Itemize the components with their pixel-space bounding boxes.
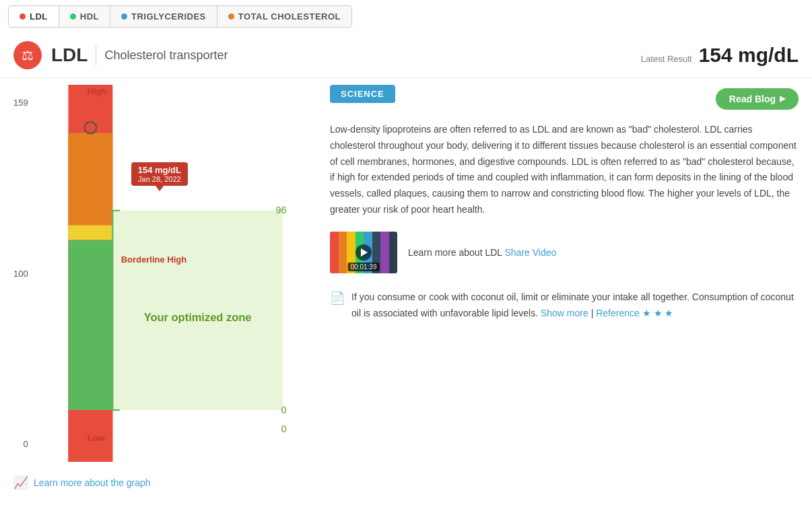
tab-triglycerides-label: TRIGLYCERIDES xyxy=(131,11,206,22)
y-label-100: 100 xyxy=(13,269,28,278)
tab-hdl-label: HDL xyxy=(80,11,99,22)
optimized-zone-bg xyxy=(112,211,283,410)
learn-more-link[interactable]: 📈 Learn more about the graph xyxy=(13,475,310,490)
show-more-link[interactable]: Show more xyxy=(541,308,588,318)
header-subtitle: Cholesterol transporter xyxy=(104,48,228,63)
learn-more-label: Learn more about the graph xyxy=(34,477,151,488)
stars: ★ ★ ★ xyxy=(642,308,674,318)
bar-green xyxy=(68,240,112,411)
play-button[interactable] xyxy=(356,244,372,261)
latest-result-label: Latest Result xyxy=(641,54,692,64)
recommendation-text: If you consume or cook with coconut oil,… xyxy=(351,289,799,322)
right-label-top: 96 xyxy=(275,205,286,215)
video-text: Learn more about LDL Share Video xyxy=(408,247,556,258)
chart-svg: Your optimized zone 96 0 0 xyxy=(34,85,310,462)
y-label-159: 159 xyxy=(13,98,28,107)
latest-result-value: 154 mg/dL xyxy=(699,44,799,66)
hdl-dot xyxy=(70,13,76,20)
right-panel: SCIENCE Read Blog Low-density lipoprotei… xyxy=(330,85,799,490)
main-content: 159 100 0 High Low xyxy=(0,85,812,490)
page-title: LDL xyxy=(51,44,88,66)
bar-orange xyxy=(68,133,112,229)
tab-hdl[interactable]: HDL xyxy=(59,6,110,27)
play-triangle-icon xyxy=(361,248,368,256)
video-duration: 00:01:39 xyxy=(348,263,380,271)
tab-ldl[interactable]: LDL xyxy=(9,6,59,27)
recommendation: 📄 If you consume or cook with coconut oi… xyxy=(330,289,799,322)
video-learn-text: Learn more about LDL xyxy=(408,247,502,258)
right-val-bottom: 0 xyxy=(281,423,286,434)
tab-triglycerides[interactable]: TRIGLYCERIDES xyxy=(110,6,217,27)
y-label-0: 0 xyxy=(23,440,28,448)
tooltip-date: Jan 28, 2022 xyxy=(138,175,181,183)
high-label: High xyxy=(88,86,107,96)
science-badge: SCIENCE xyxy=(330,85,395,103)
share-video-link[interactable]: Share Video xyxy=(504,247,556,258)
header: ⚖ LDL Cholesterol transporter Latest Res… xyxy=(0,33,812,78)
video-play-overlay: 00:01:39 xyxy=(330,232,397,273)
total-cholesterol-dot xyxy=(228,13,234,20)
triglycerides-dot xyxy=(121,13,127,20)
tab-total-cholesterol-label: TOTAL CHOLESTEROL xyxy=(238,11,341,22)
read-blog-button[interactable]: Read Blog xyxy=(716,88,799,110)
ldl-dot xyxy=(20,13,26,20)
tab-total-cholesterol[interactable]: TOTAL CHOLESTEROL xyxy=(217,6,351,27)
ldl-icon: ⚖ xyxy=(13,41,42,69)
tab-ldl-label: LDL xyxy=(30,11,48,22)
graph-icon: 📈 xyxy=(13,475,28,490)
borderline-label: Borderline High xyxy=(121,254,187,265)
low-label: Low xyxy=(88,433,105,443)
science-description: Low-density lipoproteins are often refer… xyxy=(330,122,799,218)
title-divider xyxy=(96,45,96,65)
document-icon: 📄 xyxy=(330,291,345,306)
video-section: 00:01:39 Learn more about LDL Share Vide… xyxy=(330,232,799,273)
chart-tooltip: 154 mg/dL Jan 28, 2022 xyxy=(131,162,188,186)
right-label-bottom: 0 xyxy=(281,405,286,415)
tab-bar: LDL HDL TRIGLYCERIDES TOTAL CHOLESTEROL xyxy=(8,5,352,28)
bar-yellow xyxy=(68,226,112,240)
chart-container: 159 100 0 High Low xyxy=(13,85,310,462)
tooltip-value: 154 mg/dL xyxy=(138,165,181,175)
chart-area: 159 100 0 High Low xyxy=(13,85,310,490)
science-header: SCIENCE Read Blog xyxy=(330,85,799,112)
optimized-text: Your optimized zone xyxy=(143,311,251,323)
header-result: Latest Result 154 mg/dL xyxy=(641,44,799,67)
y-axis: 159 100 0 xyxy=(13,85,28,462)
reference-link[interactable]: Reference xyxy=(596,308,640,318)
video-thumbnail[interactable]: 00:01:39 xyxy=(330,232,397,273)
